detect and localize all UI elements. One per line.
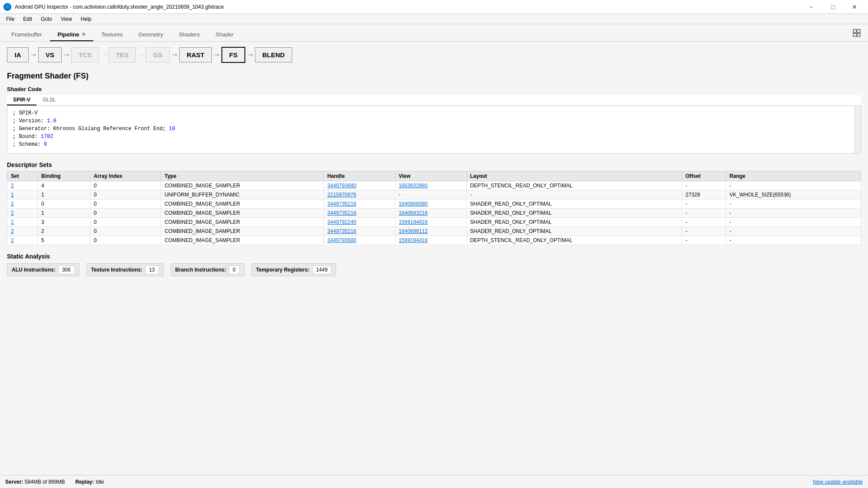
stage-fs[interactable]: FS [221,47,245,63]
col-offset: Offset [682,171,726,181]
stage-blend[interactable]: BLEND [255,47,292,62]
set-link[interactable]: 2 [11,228,14,234]
table-row: 240COMBINED_IMAGE_SAMPLER344979368016638… [7,181,861,190]
menu-file[interactable]: File [2,15,19,23]
descriptor-sets-title: Descriptor Sets [7,161,861,168]
stat-temp-reg-value: 1449 [312,265,332,274]
tab-framebuffer-label: Framebuffer [11,31,42,38]
replay-label: Replay: [75,479,94,485]
tab-pipeline[interactable]: Pipeline ✕ [50,29,94,41]
code-tabs: SPIR-V GLSL [7,95,861,106]
table-row: 200COMBINED_IMAGE_SAMPLER344973521616406… [7,200,861,209]
menu-view[interactable]: View [56,15,76,23]
set-link[interactable]: 1 [11,192,14,198]
code-line-3: ; Generator: Khronos Glslang Reference F… [13,125,855,133]
stage-rast[interactable]: RAST [179,47,212,62]
menu-help[interactable]: Help [76,15,96,23]
code-tab-spirv[interactable]: SPIR-V [7,95,36,105]
code-scrollbar[interactable] [855,106,861,153]
set-link[interactable]: 2 [11,210,14,216]
view-link[interactable]: 1569194816 [399,219,428,225]
tab-geometry[interactable]: Geometry [131,29,171,41]
table-row: 210COMBINED_IMAGE_SAMPLER344973521616406… [7,209,861,218]
status-left: Server: 584MB of 899MB Replay: Idle [5,479,104,485]
tab-pipeline-close[interactable]: ✕ [82,32,86,37]
code-line-1: ; SPIR-V [13,109,855,117]
stage-tes[interactable]: TES [109,47,136,62]
table-row: 250COMBINED_IMAGE_SAMPLER344979368015691… [7,236,861,245]
static-analysis-section: Static Analysis ALU Instructions: 306 Te… [7,253,861,276]
view-link[interactable]: 1640666080 [399,201,428,207]
stat-alu-value: 306 [58,265,75,274]
expand-button[interactable] [849,27,865,41]
arrow-ia-vs: → [30,50,37,59]
stat-temp-reg-label: Temporary Registers: [256,267,310,273]
col-layout: Layout [466,171,682,181]
stat-temp-reg: Temporary Registers: 1449 [251,263,337,276]
close-button[interactable]: ✕ [845,0,865,14]
svg-rect-0 [853,29,856,33]
col-type: Type [161,171,323,181]
server-status: Server: 584MB of 899MB [5,479,65,485]
handle-link[interactable]: 2215970976 [327,192,356,198]
descriptor-sets-table: Set Binding Array Index Type Handle View… [7,171,861,245]
arrow-gs-rast: → [171,50,178,59]
set-link[interactable]: 2 [11,201,14,207]
view-link[interactable]: 1569194416 [399,237,428,243]
tab-textures-label: Textures [101,31,122,38]
code-line-4: ; Bound: 1702 [13,133,855,141]
stat-branch-value: 0 [229,265,240,274]
tab-shaders-label: Shaders [179,31,200,38]
server-value: 584MB of 899MB [25,479,65,485]
stage-tcs[interactable]: TCS [71,47,99,62]
tab-framebuffer[interactable]: Framebuffer [3,29,50,41]
stat-texture-value: 13 [145,265,158,274]
handle-link[interactable]: 3449735216 [327,210,356,216]
col-set: Set [7,171,38,181]
stage-vs[interactable]: VS [38,47,62,62]
arrow-fs-blend: → [246,50,254,59]
menu-edit[interactable]: Edit [19,15,36,23]
svg-rect-1 [857,29,860,33]
tab-shaders[interactable]: Shaders [171,29,208,41]
col-range: Range [726,171,861,181]
code-line-2: ; Version: 1.0 [13,117,855,125]
set-link[interactable]: 2 [11,183,14,189]
minimize-button[interactable]: − [801,0,821,14]
view-link[interactable]: 1640683216 [399,210,428,216]
handle-link[interactable]: 3449793680 [327,237,356,243]
code-area[interactable]: ; SPIR-V ; Version: 1.0 ; Generator: Khr… [7,106,861,154]
menu-bar: File Edit Goto View Help [0,14,868,24]
svg-rect-3 [857,33,860,36]
window-title: Android GPU Inspector - com.activision.c… [15,4,224,10]
shader-code-label: Shader Code [7,86,861,92]
stat-texture: Texture Instructions: 13 [86,263,164,276]
replay-status: Replay: Idle [75,479,104,485]
stat-branch: Branch Instructions: 0 [171,263,244,276]
update-link[interactable]: New update available [813,479,863,485]
tab-pipeline-label: Pipeline [58,31,79,38]
status-bar: Server: 584MB of 899MB Replay: Idle New … [0,475,868,488]
code-tab-glsl[interactable]: GLSL [36,95,62,105]
stat-alu-label: ALU Instructions: [12,267,56,273]
view-link[interactable]: 1663832880 [399,183,428,189]
handle-link[interactable]: 3449793680 [327,183,356,189]
maximize-button[interactable]: □ [823,0,843,14]
stats-row: ALU Instructions: 306 Texture Instructio… [7,263,861,276]
set-link[interactable]: 2 [11,237,14,243]
view-link[interactable]: 1640688112 [399,228,428,234]
col-binding: Binding [38,171,90,181]
tab-shader[interactable]: Shader [208,29,241,41]
stage-gs[interactable]: GS [145,47,170,62]
stage-ia[interactable]: IA [7,47,29,62]
handle-link[interactable]: 3449735216 [327,228,356,234]
menu-goto[interactable]: Goto [36,15,56,23]
handle-link[interactable]: 3449735216 [327,201,356,207]
arrow-tes-gs: → [137,50,145,59]
col-handle: Handle [323,171,395,181]
tab-textures[interactable]: Textures [93,29,130,41]
handle-link[interactable]: 3449792240 [327,219,356,225]
set-link[interactable]: 2 [11,219,14,225]
table-row: 230COMBINED_IMAGE_SAMPLER344979224015691… [7,218,861,227]
svg-rect-2 [853,33,856,36]
